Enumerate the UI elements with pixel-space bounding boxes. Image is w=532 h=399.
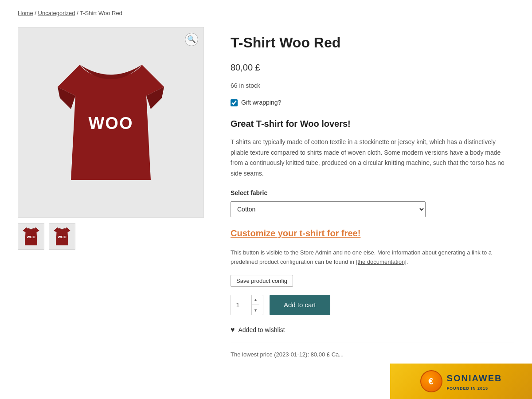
main-image: 🔍 WOO <box>18 27 204 218</box>
svg-text:WOO: WOO <box>27 235 35 239</box>
admin-notice: This button is visible to the Store Admi… <box>231 248 514 267</box>
wishlist-text: Added to wishlist <box>239 325 285 335</box>
product-images: 🔍 WOO <box>18 27 204 250</box>
stock-status: 66 in stock <box>231 81 514 90</box>
heart-icon: ♥ <box>231 324 235 336</box>
lowest-price: The lowest price (2023-01-12): 80,00 £ C… <box>231 350 514 360</box>
quantity-add-row: 1 ▲ ▼ Add to cart <box>231 295 514 315</box>
gift-wrap-label[interactable]: Gift wrapping? <box>241 98 281 107</box>
customize-link[interactable]: Customize your t-shirt for free! <box>231 226 514 240</box>
add-to-cart-button[interactable]: Add to cart <box>270 295 330 315</box>
thumbnail-strip: WOO WOO <box>18 223 204 250</box>
thumbnail-2[interactable]: WOO <box>49 223 75 250</box>
brand-badge: € SONIAWEB FOUNDED IN 2015 <box>390 364 532 372</box>
save-config-button[interactable]: Save product config <box>231 275 293 287</box>
breadcrumb-category[interactable]: Uncategorized <box>38 10 75 16</box>
svg-text:WOO: WOO <box>58 235 66 239</box>
quantity-wrapper: 1 ▲ ▼ <box>231 295 263 315</box>
product-tagline: Great T-shirt for Woo lovers! <box>231 117 514 131</box>
breadcrumb-current: T-Shirt Woo Red <box>80 10 122 16</box>
product-layout: 🔍 WOO <box>18 27 514 364</box>
fabric-select[interactable]: Cotton Wool Polyester <box>231 201 426 217</box>
quantity-down-button[interactable]: ▼ <box>252 305 259 315</box>
quantity-input[interactable]: 1 <box>231 295 251 315</box>
product-details: T-Shirt Woo Red 80,00 £ 66 in stock Gift… <box>231 27 514 364</box>
breadcrumb-home[interactable]: Home <box>18 10 33 16</box>
product-price: 80,00 £ <box>231 60 514 74</box>
gift-wrap-row: Gift wrapping? <box>231 98 514 107</box>
wishlist-row: ♥ Added to wishlist <box>231 324 514 336</box>
product-description: T shirts are typically made of cotton te… <box>231 137 514 179</box>
breadcrumb: Home / Uncategorized / T-Shirt Woo Red <box>18 9 514 18</box>
gift-wrap-checkbox[interactable] <box>231 99 238 106</box>
divider <box>231 343 514 343</box>
brand-name: SONIAWEB <box>447 371 502 373</box>
thumbnail-1[interactable]: WOO <box>18 223 44 250</box>
fabric-label: Select fabric <box>231 188 514 198</box>
quantity-up-button[interactable]: ▲ <box>252 295 259 305</box>
coin-icon: € <box>420 370 442 372</box>
svg-text:WOO: WOO <box>89 114 133 133</box>
tshirt-image: WOO <box>49 51 173 193</box>
zoom-icon[interactable]: 🔍 <box>185 33 198 46</box>
quantity-spinner: ▲ ▼ <box>251 295 259 315</box>
documentation-link[interactable]: [the documentation] <box>356 258 407 265</box>
product-title: T-Shirt Woo Red <box>231 31 514 54</box>
